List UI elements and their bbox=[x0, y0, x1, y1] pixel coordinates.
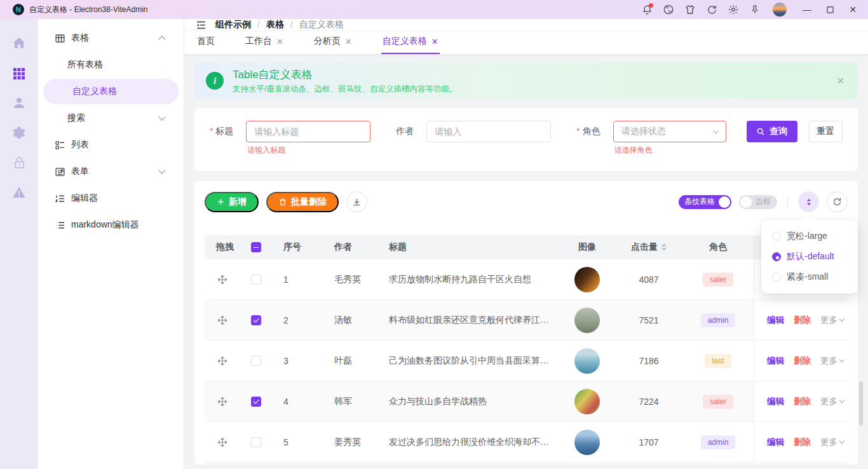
window-close-button[interactable]: ✕ bbox=[844, 2, 862, 17]
role-error: 请选择角色 bbox=[613, 145, 726, 156]
tab-close-icon[interactable]: ✕ bbox=[276, 37, 283, 46]
settings-gear-icon[interactable] bbox=[727, 3, 740, 16]
table-row-partial bbox=[205, 463, 848, 465]
menu-item-list[interactable]: 列表 bbox=[38, 132, 179, 158]
role-label: 角色 bbox=[576, 126, 600, 137]
search-button[interactable]: 查询 bbox=[747, 121, 797, 142]
row-title: 发过决多们思给力很没价维全织海却不于... bbox=[375, 437, 559, 448]
row-index: 5 bbox=[272, 437, 322, 447]
author-input[interactable] bbox=[426, 121, 551, 142]
more-link[interactable]: 更多 bbox=[820, 355, 844, 367]
header-index: 序号 bbox=[272, 241, 322, 253]
menu-group-search[interactable]: 搜索 bbox=[38, 105, 179, 131]
ordered-list-icon bbox=[55, 193, 65, 204]
tab-analysis[interactable]: 分析页✕ bbox=[313, 31, 353, 54]
row-checkbox[interactable] bbox=[251, 315, 261, 325]
role-select[interactable]: 请选择状态 bbox=[613, 121, 726, 142]
breadcrumb-item[interactable]: 表格 bbox=[266, 19, 284, 31]
pin-icon[interactable] bbox=[749, 3, 761, 16]
menu-group-table[interactable]: 表格 bbox=[38, 25, 179, 51]
batch-delete-button[interactable]: 批量删除 bbox=[266, 192, 339, 212]
table-refresh-button[interactable] bbox=[827, 191, 848, 212]
add-button[interactable]: 新增 bbox=[205, 192, 259, 212]
edit-link[interactable]: 编辑 bbox=[767, 315, 784, 326]
breadcrumb-current: 自定义表格 bbox=[299, 19, 344, 31]
row-title: 料布级如红眼亲还区意克般何代律养江没... bbox=[375, 315, 559, 326]
header-title: 标题 bbox=[375, 241, 559, 253]
lock-icon[interactable] bbox=[11, 155, 27, 170]
menu-item-editor[interactable]: 编辑器 bbox=[38, 186, 179, 211]
info-icon: i bbox=[206, 72, 224, 90]
edit-link[interactable]: 编辑 bbox=[767, 437, 784, 448]
drag-handle-icon[interactable] bbox=[205, 275, 240, 285]
drag-handle-icon[interactable] bbox=[205, 397, 240, 407]
tab-home[interactable]: 首页 bbox=[196, 31, 216, 54]
tab-close-icon[interactable]: ✕ bbox=[345, 37, 352, 46]
drag-handle-icon[interactable] bbox=[205, 315, 240, 325]
row-image bbox=[574, 267, 600, 292]
size-option-large[interactable]: 宽松-large bbox=[761, 226, 858, 247]
menu-item-all-tables[interactable]: 所有表格 bbox=[38, 52, 179, 78]
user-avatar[interactable] bbox=[773, 3, 787, 17]
row-clicks: 4087 bbox=[615, 275, 682, 285]
size-option-default[interactable]: 默认-default bbox=[761, 247, 858, 267]
table-scrollbar[interactable] bbox=[859, 381, 863, 426]
title-input[interactable] bbox=[246, 121, 370, 142]
delete-link[interactable]: 删除 bbox=[794, 396, 811, 407]
sidebar-icon-rail bbox=[0, 19, 38, 469]
window-maximize-button[interactable] bbox=[821, 2, 839, 17]
home-icon[interactable] bbox=[11, 36, 27, 51]
tab-custom-table[interactable]: 自定义表格✕ bbox=[381, 31, 440, 54]
banner-close-icon[interactable]: × bbox=[834, 74, 846, 88]
row-checkbox[interactable] bbox=[251, 397, 261, 407]
table-row: 4 韩军 众力与技山多自学战精热 7224 saler 编辑 删除 更多 bbox=[205, 381, 848, 422]
theme-skin-icon[interactable] bbox=[684, 3, 696, 16]
system-gear-icon[interactable] bbox=[11, 125, 27, 140]
collapse-sidebar-icon[interactable] bbox=[196, 20, 207, 31]
select-all-checkbox[interactable] bbox=[251, 242, 261, 252]
delete-link[interactable]: 删除 bbox=[794, 315, 811, 326]
border-toggle[interactable]: 边框 bbox=[739, 195, 777, 209]
tab-close-icon[interactable]: ✕ bbox=[431, 37, 438, 46]
chevron-up-icon bbox=[158, 36, 165, 43]
drag-handle-icon[interactable] bbox=[205, 356, 240, 366]
more-link[interactable]: 更多 bbox=[820, 437, 844, 448]
language-switch-icon[interactable]: 中En bbox=[662, 3, 675, 16]
drag-handle-icon[interactable] bbox=[205, 437, 240, 447]
stripe-toggle[interactable]: 条纹表格 bbox=[679, 195, 731, 209]
notification-bell-icon[interactable] bbox=[641, 3, 653, 16]
reset-button[interactable]: 重置 bbox=[809, 121, 843, 142]
row-checkbox[interactable] bbox=[251, 437, 261, 447]
menu-group-form[interactable]: 表单 bbox=[38, 159, 179, 184]
role-badge: saler bbox=[703, 273, 733, 287]
delete-link[interactable]: 删除 bbox=[794, 355, 811, 367]
more-link[interactable]: 更多 bbox=[820, 315, 844, 326]
svg-text:En: En bbox=[668, 10, 673, 13]
download-button[interactable] bbox=[346, 191, 367, 212]
row-checkbox[interactable] bbox=[251, 275, 261, 285]
more-link[interactable]: 更多 bbox=[820, 396, 844, 407]
data-table: 拖拽 序号 作者 标题 图像 点击量 角色 bbox=[205, 235, 848, 465]
role-select-placeholder: 请选择状态 bbox=[621, 126, 714, 137]
warning-icon[interactable] bbox=[11, 185, 27, 200]
edit-link[interactable]: 编辑 bbox=[767, 355, 784, 367]
user-icon[interactable] bbox=[11, 95, 27, 111]
table-size-button[interactable] bbox=[798, 191, 819, 212]
role-badge: admin bbox=[701, 313, 736, 327]
size-option-small[interactable]: 紧凑-small bbox=[761, 267, 858, 287]
components-grid-icon[interactable] bbox=[11, 65, 27, 81]
row-image bbox=[574, 430, 600, 455]
breadcrumb-item[interactable]: 组件示例 bbox=[215, 19, 251, 31]
header-clicks-sort[interactable]: 点击量 bbox=[615, 241, 682, 253]
row-author: 叶磊 bbox=[322, 355, 375, 367]
window-minimize-button[interactable]: — bbox=[798, 2, 816, 17]
chevron-down-icon bbox=[839, 398, 844, 403]
row-checkbox[interactable] bbox=[251, 356, 261, 366]
menu-item-custom-table[interactable]: 自定义表格 bbox=[43, 79, 179, 104]
refresh-icon[interactable] bbox=[705, 3, 718, 16]
radio-icon bbox=[772, 273, 781, 282]
delete-link[interactable]: 删除 bbox=[794, 437, 811, 448]
edit-link[interactable]: 编辑 bbox=[767, 396, 784, 407]
menu-item-markdown[interactable]: markdown编辑器 bbox=[38, 212, 179, 238]
tab-workbench[interactable]: 工作台✕ bbox=[244, 31, 285, 54]
